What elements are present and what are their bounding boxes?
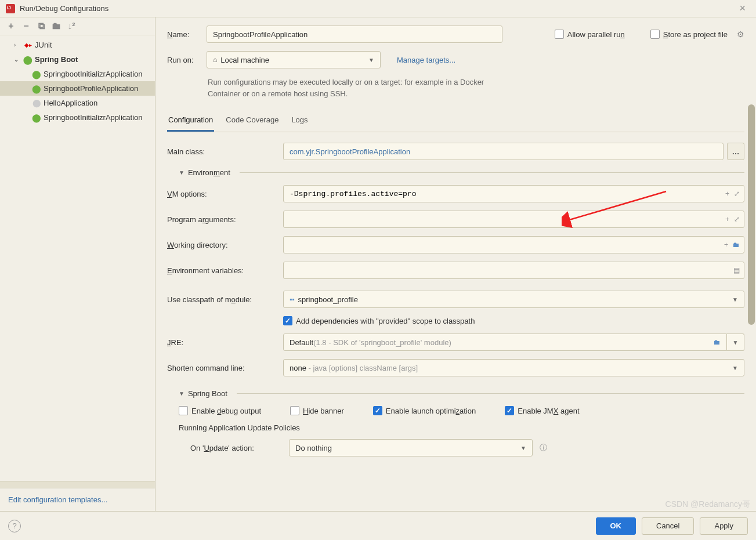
- close-icon[interactable]: ×: [735, 2, 750, 15]
- plus-icon[interactable]: +: [723, 240, 729, 250]
- spring-icon: ⬤: [32, 70, 41, 79]
- tab-logs[interactable]: Logs: [290, 112, 309, 132]
- tree-item[interactable]: ⬤ SpringbootInitializrApplication: [0, 67, 155, 81]
- working-dir-label: Working directory:: [167, 241, 283, 249]
- folder-icon[interactable]: 🖿: [732, 240, 741, 250]
- sidebar-toolbar: + − ⧉ 🖿 ↓²: [0, 17, 155, 35]
- vm-options-input[interactable]: [283, 185, 744, 202]
- jre-label: JRE:: [167, 338, 283, 347]
- runon-label: Run on:: [167, 56, 200, 64]
- jre-dropdown-arrow[interactable]: ▼: [727, 334, 744, 351]
- spring-icon: ⬤: [32, 84, 41, 93]
- store-project-checkbox[interactable]: Store as project file: [650, 30, 728, 39]
- copy-icon[interactable]: ⧉: [35, 20, 48, 32]
- chevron-right-icon: ›: [14, 42, 21, 48]
- on-update-label: On 'Update' action:: [190, 444, 289, 452]
- chevron-down-icon: ▼: [732, 296, 738, 303]
- enable-debug-checkbox[interactable]: Enable debug output: [179, 406, 261, 415]
- tree-item[interactable]: ⬤ SpringbootInitializrApplication: [0, 110, 155, 125]
- tree-node-springboot[interactable]: ⌄ ⬤ Spring Boot: [0, 52, 155, 67]
- chevron-down-icon: ⌄: [14, 56, 21, 63]
- manage-targets-link[interactable]: Manage targets...: [397, 56, 455, 64]
- runon-hint: Run configurations may be executed local…: [208, 77, 486, 99]
- program-args-label: Program arguments:: [167, 215, 283, 224]
- browse-main-class-button[interactable]: …: [727, 143, 744, 160]
- tree-node-junit[interactable]: › ◆▸ JUnit: [0, 38, 155, 52]
- main-class-input[interactable]: com.yjr.SpringbootProfileApplication: [283, 143, 724, 160]
- environment-section-header[interactable]: ▼ Environment: [167, 168, 744, 177]
- window-title: Run/Debug Configurations: [20, 4, 108, 13]
- chevron-down-icon: ▼: [179, 390, 185, 397]
- tab-code-coverage[interactable]: Code Coverage: [225, 112, 280, 132]
- name-input[interactable]: [207, 26, 502, 43]
- chevron-down-icon: ▼: [520, 445, 526, 451]
- allow-parallel-label: Allow parallel run: [567, 30, 625, 39]
- sidebar-scrollbar[interactable]: [0, 481, 155, 488]
- titlebar: Run/Debug Configurations ×: [0, 0, 756, 17]
- tabs: Configuration Code Coverage Logs: [167, 112, 744, 132]
- module-icon: ▪▪: [290, 295, 295, 303]
- plus-icon[interactable]: +: [724, 214, 730, 224]
- provided-scope-checkbox[interactable]: Add dependencies with "provided" scope t…: [283, 316, 475, 325]
- working-dir-input[interactable]: [283, 236, 744, 253]
- allow-parallel-checkbox[interactable]: Allow parallel run: [555, 30, 625, 39]
- springboot-section-header[interactable]: ▼ Spring Boot: [167, 389, 744, 398]
- tree-label: JUnit: [35, 41, 52, 49]
- classpath-dropdown[interactable]: ▪▪springboot_profile ▼: [283, 291, 744, 308]
- list-icon[interactable]: ▤: [732, 265, 741, 276]
- content-panel: Name: Allow parallel run Store as projec…: [155, 17, 756, 511]
- sort-icon[interactable]: ↓²: [65, 20, 78, 32]
- tree-item-selected[interactable]: ⬤ SpringbootProfileApplication: [0, 81, 155, 96]
- jre-field[interactable]: Default (1.8 - SDK of 'springboot_profil…: [283, 334, 727, 351]
- plus-icon[interactable]: +: [724, 189, 730, 199]
- apply-button[interactable]: Apply: [700, 517, 748, 535]
- runon-value: Local machine: [220, 56, 269, 64]
- env-vars-label: Environment variables:: [167, 266, 283, 275]
- junit-icon: ◆▸: [23, 41, 32, 50]
- gear-icon[interactable]: ⚙: [737, 30, 744, 39]
- enable-launch-checkbox[interactable]: Enable launch optimization: [373, 406, 476, 415]
- remove-icon[interactable]: −: [20, 20, 32, 32]
- store-project-label: Store as project file: [663, 30, 728, 39]
- running-policies-header: Running Application Update Policies: [167, 423, 744, 432]
- program-args-input[interactable]: [283, 211, 744, 228]
- help-icon[interactable]: ⓘ: [540, 443, 547, 453]
- home-icon: ⌂: [213, 56, 217, 64]
- tree-label: SpringbootInitializrApplication: [44, 113, 143, 122]
- edit-templates-link[interactable]: Edit configuration templates...: [0, 488, 155, 511]
- on-update-dropdown[interactable]: Do nothing ▼: [289, 439, 533, 456]
- classpath-label: Use classpath of module:: [167, 295, 283, 304]
- help-icon[interactable]: ?: [8, 520, 21, 532]
- chevron-down-icon: ▼: [732, 365, 738, 371]
- main-class-label: Main class:: [167, 147, 283, 156]
- hide-banner-checkbox[interactable]: Hide banner: [290, 406, 344, 415]
- spring-gray-icon: ⬤: [32, 99, 41, 108]
- spring-icon: ⬤: [32, 113, 41, 122]
- enable-jmx-checkbox[interactable]: Enable JMX agent: [505, 406, 579, 415]
- provided-scope-label: Add dependencies with "provided" scope t…: [296, 317, 475, 325]
- expand-icon[interactable]: ⤢: [733, 214, 741, 224]
- add-icon[interactable]: +: [5, 20, 17, 32]
- folder-icon[interactable]: 🖿: [714, 338, 721, 346]
- env-vars-input[interactable]: [283, 262, 744, 279]
- tree-item[interactable]: ⬤ HelloApplication: [0, 96, 155, 110]
- config-tree: › ◆▸ JUnit ⌄ ⬤ Spring Boot ⬤ SpringbootI…: [0, 35, 155, 481]
- tree-label: Spring Boot: [35, 55, 78, 64]
- tree-label: SpringbootProfileApplication: [44, 84, 138, 93]
- chevron-down-icon: ▼: [368, 57, 374, 63]
- tree-label: SpringbootInitializrApplication: [44, 70, 143, 78]
- bottom-bar: ? OK Cancel Apply: [0, 511, 756, 540]
- cancel-button[interactable]: Cancel: [642, 517, 694, 535]
- tab-configuration[interactable]: Configuration: [167, 112, 214, 132]
- shorten-dropdown[interactable]: none - java [options] className [args] ▼: [283, 359, 744, 376]
- name-label: Name:: [167, 30, 200, 39]
- runon-dropdown[interactable]: ⌂Local machine ▼: [207, 51, 381, 68]
- chevron-down-icon: ▼: [733, 339, 739, 346]
- ok-button[interactable]: OK: [596, 517, 636, 535]
- scrollbar-thumb[interactable]: [748, 104, 755, 325]
- save-icon[interactable]: 🖿: [50, 20, 63, 32]
- expand-icon[interactable]: ⤢: [733, 189, 741, 199]
- sidebar: + − ⧉ 🖿 ↓² › ◆▸ JUnit ⌄ ⬤ Spring Boot ⬤ …: [0, 17, 155, 511]
- tree-label: HelloApplication: [44, 99, 97, 107]
- app-icon: [6, 4, 15, 13]
